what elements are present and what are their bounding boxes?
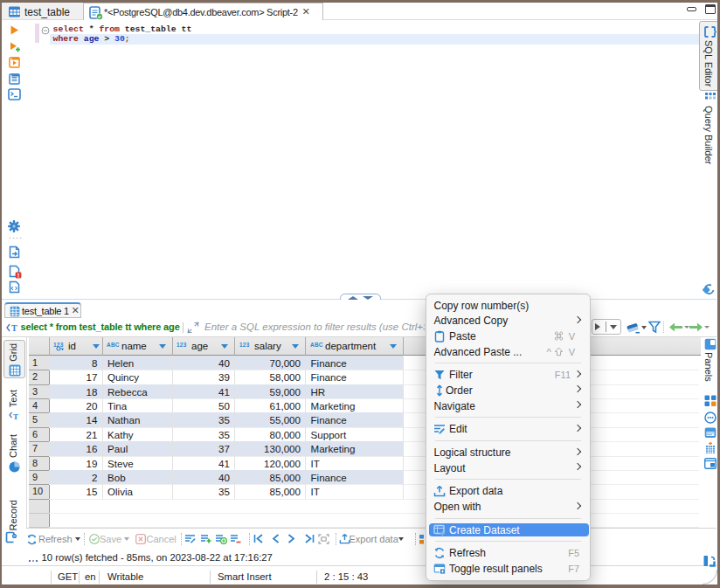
svg-text:T: T [13,412,18,421]
svg-text:T: T [11,323,17,333]
